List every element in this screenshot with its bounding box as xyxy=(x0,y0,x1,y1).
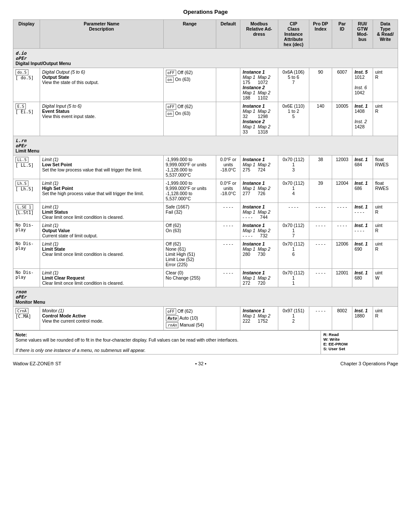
digital-io-icon: d.iooPEr xyxy=(16,50,395,61)
legend-e: E: EE-PROM xyxy=(323,342,347,346)
modbus-cell: Instance 1 Map 1 Map 2 222 1752 xyxy=(240,307,278,330)
param-cell: Limit (1) Limit State Clear limit once l… xyxy=(40,240,163,269)
table-row: do.S [ do.S] Digital Output (5 to 6) Out… xyxy=(13,68,398,102)
param-cell: Limit (1) Limit Clear Request Clear limi… xyxy=(40,269,163,287)
parid-cell: 10005 xyxy=(332,102,352,136)
parid-cell: 8002 xyxy=(332,307,352,330)
param-cell: Digital Output (5 to 6) Output State Vie… xyxy=(40,68,163,102)
rui-cell: Inst. 1 1408 Inst. 2 1428 xyxy=(352,102,373,136)
datatype-cell: uintW xyxy=(373,269,398,287)
monitor-header: rnonoPEr Monitor Menu xyxy=(13,287,398,307)
cip-cell: 0x6E (110)1 to 25 xyxy=(278,102,309,136)
display-cell: No Dis-play xyxy=(13,221,40,240)
range-cell: -1,999.000 to 9,999.000°F or units -1,12… xyxy=(163,156,216,179)
param-cell: Limit (1) Limit Status Clear limit once … xyxy=(40,203,163,221)
range-cell: Off (62) On (63) xyxy=(163,221,216,240)
modbus-cell: Instance 1 Map 1 Map 2 275 724 xyxy=(240,156,278,179)
col-prodp: Pro DPIndex xyxy=(309,20,332,49)
col-parid: ParID xyxy=(332,20,352,49)
range-cell: oFF Off (62) on On (63) xyxy=(163,68,216,102)
default-cell: 0.0°F orunits-18.0°C xyxy=(216,179,240,203)
limit-icon: L.rnoPEr xyxy=(16,138,395,148)
cip-cell: 0x70 (112)13 xyxy=(278,156,309,179)
digital-io-label: Digital Input/Output Menu xyxy=(16,61,395,66)
rui-cell: Inst. 1 690 xyxy=(352,240,373,269)
range-cell: Off (62) None (61) Limit High (51) Limit… xyxy=(163,240,216,269)
legend-r: R: Read xyxy=(323,332,339,337)
datatype-cell: uintR xyxy=(373,203,398,221)
modbus-cell: Instance 1 Map 1 Map 2 175 1072 Instance… xyxy=(240,68,278,102)
rui-cell: Inst. 5 1012 Inst. 6 1042 xyxy=(352,68,373,102)
rui-cell: Inst. 1 1880 xyxy=(352,307,373,330)
cip-cell: 0x97 (151)12 xyxy=(278,307,309,330)
prodp-cell: - - - - xyxy=(309,307,332,330)
cip-cell: 0x70 (112)14 xyxy=(278,179,309,203)
default-cell xyxy=(216,307,240,330)
rui-cell: Inst. 1 684 xyxy=(352,156,373,179)
display-cell: No Dis-play xyxy=(13,240,40,269)
rui-cell: Inst. 1 - - - - xyxy=(352,221,373,240)
parid-cell: 6007 xyxy=(332,68,352,102)
note-text2: If there is only one instance of a menu,… xyxy=(16,348,146,353)
prodp-cell: 140 xyxy=(309,102,332,136)
col-display: Display xyxy=(13,20,40,49)
table-row: Lh.S [ Lh.S] Limit (1) High Set Point Se… xyxy=(13,179,398,203)
rui-cell: Inst. 1 686 xyxy=(352,179,373,203)
default-cell: - - - - xyxy=(216,221,240,240)
range-cell: Safe (1667) Fail (32) xyxy=(163,203,216,221)
default-cell: - - - - xyxy=(216,203,240,221)
prodp-cell: - - - - xyxy=(309,240,332,269)
parid-cell: 12003 xyxy=(332,156,352,179)
default-cell: - - - - xyxy=(216,269,240,287)
legend-cell: R: Read W: Write E: EE-PROM S: User Set xyxy=(321,331,398,355)
col-param: Parameter NameDescription xyxy=(40,20,163,49)
col-range: Range xyxy=(163,20,216,49)
rui-cell: Inst. 1 - - - - xyxy=(352,203,373,221)
param-cell: Limit (1) Low Set Point Set the low proc… xyxy=(40,156,163,179)
prodp-cell: - - - - xyxy=(309,203,332,221)
display-cell: CrnA [C.MA] xyxy=(13,307,40,330)
modbus-cell: Instance 1 Map 1 Map 2 32 1298 Instance … xyxy=(240,102,278,136)
cip-cell: 0x70 (112)11 xyxy=(278,269,309,287)
prodp-cell: 38 xyxy=(309,156,332,179)
note-cell: Note: Some values will be rounded off to… xyxy=(13,331,321,355)
parid-cell: - - - - xyxy=(332,221,352,240)
legend-s: S: User Set xyxy=(323,346,345,351)
footer-right: Chapter 3 Operations Page xyxy=(340,361,398,366)
cip-cell: 0x70 (112)16 xyxy=(278,240,309,269)
range-cell: oFF Off (62) Ruto Auto (10) rnAn Manual … xyxy=(163,307,216,330)
display-cell: E.S [ Ei.S] xyxy=(13,102,40,136)
footer-center: • 32 • xyxy=(195,361,206,366)
display-cell: Lh.S [ Lh.S] xyxy=(13,179,40,203)
cip-cell: - - - - xyxy=(278,203,309,221)
display-cell: L.SE 1 [L.St1] xyxy=(13,203,40,221)
main-table: Display Parameter NameDescription Range … xyxy=(13,19,398,330)
display-cell: LL.S [ LL.S] xyxy=(13,156,40,179)
datatype-cell: floatRWES xyxy=(373,179,398,203)
prodp-cell: - - - - xyxy=(309,221,332,240)
datatype-cell: uintR xyxy=(373,307,398,330)
note-row: Note: Some values will be rounded off to… xyxy=(13,331,398,355)
prodp-cell: - - - - xyxy=(309,269,332,287)
limit-label: Limit Menu xyxy=(16,148,395,153)
display-cell: No Dis-play xyxy=(13,269,40,287)
prodp-cell: 39 xyxy=(309,179,332,203)
modbus-cell: Instance 1 Map 1 Map 2 280 730 xyxy=(240,240,278,269)
datatype-cell: uintR xyxy=(373,102,398,136)
table-row: E.S [ Ei.S] Digital Input (5 to 6) Event… xyxy=(13,102,398,136)
default-cell: - - - - xyxy=(216,240,240,269)
datatype-cell: floatRWES xyxy=(373,156,398,179)
note-table: Note: Some values will be rounded off to… xyxy=(13,330,398,355)
modbus-cell: Instance 1 Map 1 Map 2 277 726 xyxy=(240,179,278,203)
param-cell: Limit (1) High Set Point Set the high pr… xyxy=(40,179,163,203)
digital-io-header: d.iooPEr Digital Input/Output Menu xyxy=(13,49,398,68)
range-cell: oFF Off (62) on On (63) xyxy=(163,102,216,136)
col-default: Default xyxy=(216,20,240,49)
modbus-cell: Instance 1 Map 1 Map 2 272 720 xyxy=(240,269,278,287)
table-row: No Dis-play Limit (1) Limit Clear Reques… xyxy=(13,269,398,287)
col-rui: RUI/GTWMod-bus xyxy=(352,20,373,49)
table-row: LL.S [ LL.S] Limit (1) Low Set Point Set… xyxy=(13,156,398,179)
param-cell: Digital Input (5 to 6) Event Status View… xyxy=(40,102,163,136)
cip-cell: 0x6A (106)5 to 67 xyxy=(278,68,309,102)
table-row: No Dis-play Limit (1) Limit State Clear … xyxy=(13,240,398,269)
